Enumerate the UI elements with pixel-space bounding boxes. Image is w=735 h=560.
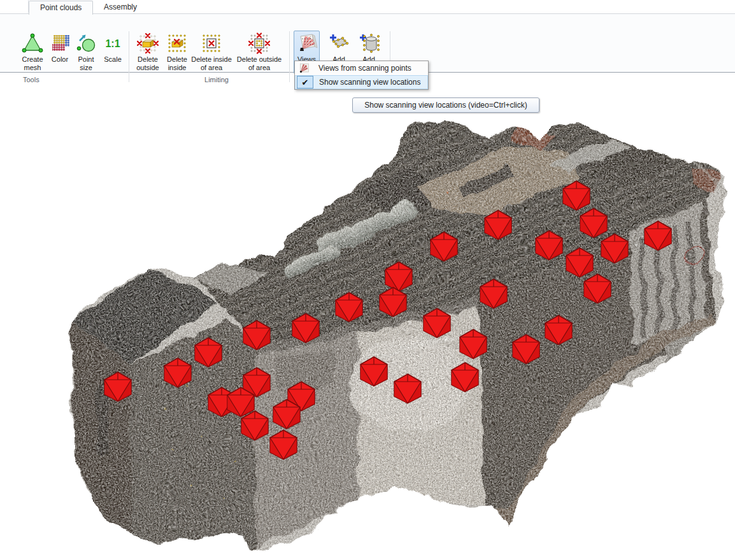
menu-item-views-from-scanning-points[interactable]: Views from scanning points <box>295 61 428 75</box>
button-label: Color <box>52 55 68 64</box>
color-button[interactable]: Color <box>48 31 71 74</box>
button-label: Delete outside <box>133 55 162 72</box>
point-cloud-building <box>64 115 732 560</box>
app-button[interactable] <box>0 0 29 13</box>
delete-inside-area-icon <box>201 32 222 54</box>
group-separator <box>129 31 129 82</box>
menu-item-show-scanning-view-locations[interactable]: ✔ Show scanning view locations <box>295 75 428 89</box>
views-dropdown-menu: Views from scanning points ✔ Show scanni… <box>294 61 429 90</box>
scale-button[interactable]: 1:1 Scale <box>99 31 126 74</box>
delete-inside-icon <box>166 32 188 54</box>
button-label: Create mesh <box>18 55 46 72</box>
add-cylinder-icon <box>358 32 380 54</box>
tab-assembly[interactable]: Assembly <box>93 1 148 14</box>
create-mesh-button[interactable]: Create mesh <box>18 31 47 74</box>
add-plane-icon <box>328 32 350 54</box>
button-label: Delete outside of area <box>234 55 284 72</box>
delete-inside-of-area-button[interactable]: Delete inside of area <box>189 31 234 74</box>
color-dots-icon <box>49 32 71 54</box>
delete-outside-of-area-button[interactable]: Delete outside of area <box>234 31 285 74</box>
checkmark-icon: ✔ <box>297 76 313 89</box>
views-icon <box>296 32 318 54</box>
menu-item-label: Show scanning view locations <box>319 78 420 87</box>
button-label: Scale <box>104 55 122 64</box>
delete-inside-button[interactable]: Delete inside <box>164 31 190 74</box>
group-label-limiting: Limiting <box>191 76 242 83</box>
delete-outside-icon <box>137 32 159 54</box>
scale-icon: 1:1 <box>102 32 124 54</box>
button-label: Point size <box>73 55 99 72</box>
svg-text:1:1: 1:1 <box>105 38 120 49</box>
menu-item-label: Views from scanning points <box>318 64 411 73</box>
button-label: Delete inside of area <box>190 55 233 72</box>
mesh-triangle-icon <box>22 32 43 54</box>
tab-bar: Point clouds Assembly <box>0 0 735 14</box>
action-tooltip: Show scanning view locations (video=Ctrl… <box>352 97 539 113</box>
delete-outside-button[interactable]: Delete outside <box>132 31 163 74</box>
point-size-button[interactable]: Point size <box>73 31 99 74</box>
tab-point-clouds[interactable]: Point clouds <box>29 1 93 15</box>
group-separator <box>289 31 290 82</box>
button-label: Delete inside <box>164 55 190 72</box>
point-size-icon <box>75 32 97 54</box>
scan-fan-icon <box>296 62 313 75</box>
group-label-tools: Tools <box>23 76 39 83</box>
delete-outside-area-icon <box>248 32 270 54</box>
